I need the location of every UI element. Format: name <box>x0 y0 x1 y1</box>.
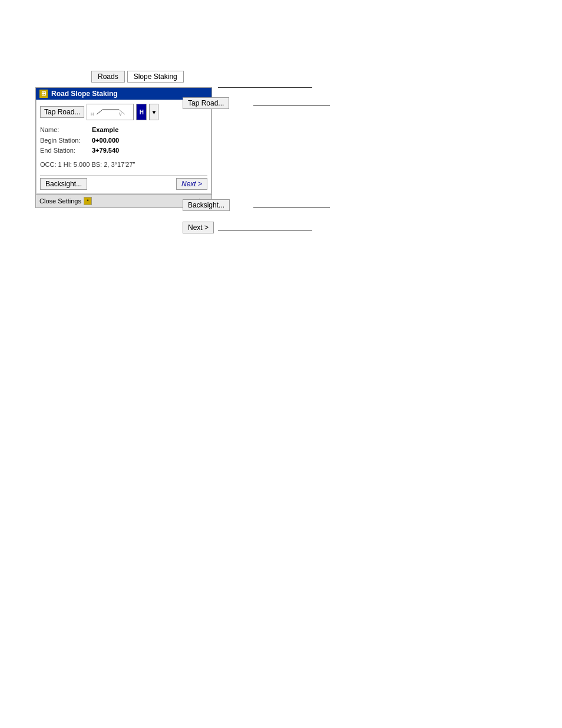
end-station-row: End Station: 3+79.540 <box>40 146 207 156</box>
slope-staking-tab[interactable]: Slope Staking <box>127 71 184 83</box>
close-settings-area: Close Settings * <box>39 197 92 205</box>
profile-icon: H <box>136 104 147 120</box>
annotation-next-button[interactable]: Next > <box>183 222 214 233</box>
dropdown-button[interactable]: ▼ <box>149 104 158 120</box>
dialog-bottom-bar: Backsight... Next > <box>40 175 207 190</box>
settings-icon[interactable]: * <box>84 197 92 205</box>
occ-text: OCC: 1 HI: 5.000 BS: 2, 3°17'27" <box>40 161 135 168</box>
svg-text:V: V <box>119 112 122 116</box>
begin-station-value: 0+00.000 <box>92 136 119 146</box>
backsight-annotation-underline <box>253 207 330 208</box>
begin-station-row: Begin Station: 0+00.000 <box>40 136 207 146</box>
end-station-value: 3+79.540 <box>92 146 119 156</box>
tap-road-annotation-underline <box>253 105 330 106</box>
dialog-body: Tap Road... H V H ▼ <box>36 100 211 194</box>
annotation-backsight-button[interactable]: Backsight... <box>183 199 230 211</box>
annotation-tap-road-button[interactable]: Tap Road... <box>183 97 229 109</box>
tap-road-button[interactable]: Tap Road... <box>40 106 84 118</box>
occ-section: OCC: 1 HI: 5.000 BS: 2, 3°17'27" <box>40 161 207 168</box>
road-info-section: Name: Example Begin Station: 0+00.000 En… <box>40 125 207 156</box>
svg-text:H: H <box>91 112 94 116</box>
name-label: Name: <box>40 125 87 136</box>
next-button[interactable]: Next > <box>176 178 207 190</box>
dialog-title: Road Slope Staking <box>51 90 118 98</box>
end-station-label: End Station: <box>40 146 87 156</box>
top-annotation-underline <box>218 87 312 88</box>
road-preview: H V <box>87 104 134 120</box>
backsight-button[interactable]: Backsight... <box>40 178 87 190</box>
begin-station-label: Begin Station: <box>40 136 87 146</box>
svg-line-2 <box>97 110 103 114</box>
roads-tab[interactable]: Roads <box>91 71 125 83</box>
dialog-icon: ⊞ <box>39 90 48 98</box>
next-annotation-underline <box>218 230 312 230</box>
name-value: Example <box>92 125 118 136</box>
close-settings-label: Close Settings <box>39 197 81 205</box>
name-row: Name: Example <box>40 125 207 136</box>
